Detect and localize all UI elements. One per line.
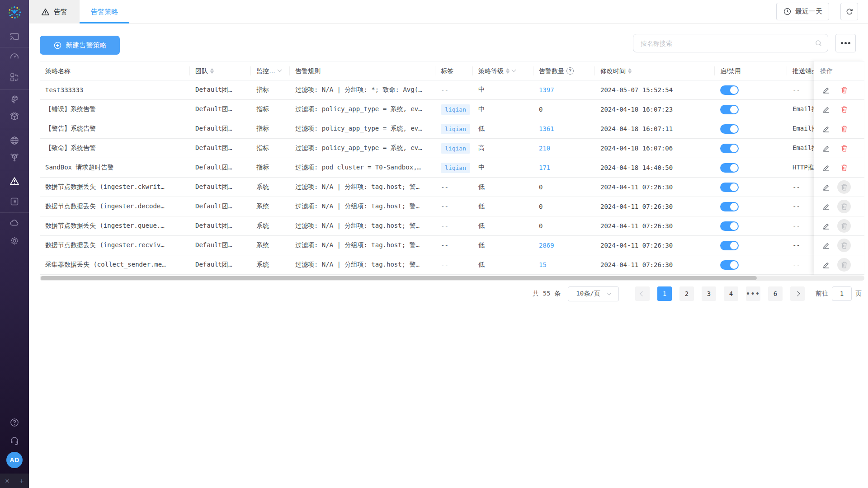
tab-alert-policies[interactable]: 告警策略: [80, 0, 129, 23]
rule-cell: 过滤项: N/A | 分组项: *; 致命: Avg(…: [290, 86, 435, 94]
enable-toggle[interactable]: [720, 144, 739, 153]
sidebar-item-support[interactable]: [0, 432, 29, 450]
page-button-4[interactable]: 4: [724, 286, 738, 301]
chevron-down-icon[interactable]: [512, 68, 516, 72]
app-logo-icon[interactable]: [5, 4, 24, 22]
enable-toggle[interactable]: [720, 85, 739, 95]
enable-toggle[interactable]: [720, 241, 739, 250]
sidebar-item-logs[interactable]: [0, 193, 29, 211]
edit-icon[interactable]: [819, 219, 833, 233]
col-team[interactable]: 团队: [190, 66, 251, 75]
tab-alerts[interactable]: 告警: [29, 0, 80, 23]
alert-count-link[interactable]: 210: [539, 145, 550, 152]
policy-name[interactable]: test333333: [40, 86, 190, 94]
user-avatar[interactable]: AD: [6, 452, 23, 468]
rule-cell: 过滤项: N/A | 分组项: tag.host; 警…: [290, 183, 435, 191]
workflow-icon: [9, 72, 19, 84]
edit-icon[interactable]: [819, 141, 833, 155]
edit-icon[interactable]: [819, 83, 833, 97]
sort-icon[interactable]: [628, 68, 632, 74]
enable-toggle[interactable]: [720, 124, 739, 134]
table-header-row: 策略名称 团队 监控… 告警规则 标签 策略等级 告警数量? 修改时间 启/禁用…: [40, 61, 864, 80]
alert-count-link[interactable]: 2869: [539, 242, 554, 249]
delete-icon[interactable]: [837, 122, 851, 136]
enable-toggle[interactable]: [720, 183, 739, 192]
edit-icon[interactable]: [819, 103, 833, 116]
sidebar-item-help[interactable]: [0, 414, 29, 432]
sidebar-item-globe[interactable]: [0, 132, 29, 150]
policy-name[interactable]: 【错误】系统告警: [40, 105, 190, 113]
more-actions-button[interactable]: [835, 34, 856, 52]
time-range-button[interactable]: 最近一天: [776, 3, 829, 20]
policy-name[interactable]: 数据节点数据丢失 (ingester.ckwrit…: [40, 183, 190, 191]
col-level[interactable]: 策略等级: [473, 66, 533, 75]
edit-icon[interactable]: [819, 258, 833, 272]
package-icon: [9, 112, 19, 123]
alert-count-cell: 0: [533, 183, 595, 191]
more-pages-button[interactable]: •••: [746, 286, 760, 301]
policy-name[interactable]: 【致命】系统告警: [40, 144, 190, 152]
sidebar-item-package[interactable]: [0, 108, 29, 127]
policy-name[interactable]: 【警告】系统告警: [40, 125, 190, 133]
enable-toggle[interactable]: [720, 202, 739, 211]
close-icon[interactable]: ×: [5, 477, 9, 485]
scrollbar-thumb[interactable]: [41, 276, 757, 280]
col-monitor[interactable]: 监控…: [251, 66, 290, 75]
sidebar-item-dashboard[interactable]: [0, 49, 29, 67]
refresh-button[interactable]: [840, 3, 858, 20]
edit-icon[interactable]: [819, 180, 833, 194]
sidebar-item-alerts[interactable]: [0, 173, 29, 191]
horizontal-scrollbar[interactable]: [40, 276, 864, 281]
col-modified[interactable]: 修改时间: [595, 66, 715, 75]
add-icon[interactable]: +: [19, 477, 24, 485]
page-button-1[interactable]: 1: [657, 286, 672, 301]
alert-count-link[interactable]: 1397: [539, 86, 554, 94]
delete-icon[interactable]: [837, 141, 851, 155]
prev-page-button[interactable]: [635, 286, 650, 301]
monitor-type-cell: 系统: [251, 241, 290, 249]
alert-count-link[interactable]: 15: [539, 261, 547, 268]
sidebar-item-topology[interactable]: [0, 149, 29, 167]
chevron-down-icon[interactable]: [278, 68, 282, 72]
next-page-button[interactable]: [790, 286, 805, 301]
policy-name[interactable]: 数据节点数据丢失 (ingester.decode…: [40, 202, 190, 211]
enable-toggle[interactable]: [720, 105, 739, 114]
sort-icon[interactable]: [210, 68, 214, 74]
cube-network-icon: [9, 152, 19, 164]
time-range-label: 最近一天: [795, 7, 822, 16]
search-input[interactable]: [641, 40, 815, 47]
rule-cell: 过滤项: policy_app_type = 系统, ev…: [290, 125, 435, 133]
enable-toggle[interactable]: [720, 163, 739, 173]
enable-toggle[interactable]: [720, 260, 739, 270]
delete-icon[interactable]: [837, 83, 851, 97]
edit-icon[interactable]: [819, 239, 833, 252]
page-button-3[interactable]: 3: [702, 286, 716, 301]
delete-icon[interactable]: [837, 103, 851, 116]
edit-icon[interactable]: [819, 161, 833, 174]
policy-name[interactable]: 数据节点数据丢失 (ingester.recviv…: [40, 241, 190, 249]
sort-icon[interactable]: [506, 68, 509, 74]
sidebar-item-cast[interactable]: [0, 28, 29, 47]
alert-count-link[interactable]: 1361: [539, 125, 554, 132]
goto-page-input[interactable]: [832, 286, 852, 301]
sidebar-item-settings[interactable]: [0, 233, 29, 251]
policy-name[interactable]: 采集器数据丢失 (collect_sender.me…: [40, 261, 190, 269]
sidebar-item-workflow[interactable]: [0, 69, 29, 87]
table-row: 数据节点数据丢失 (ingester.decode… Default团… 系统 …: [40, 197, 864, 216]
sidebar-item-deploy[interactable]: [0, 91, 29, 109]
search-icon[interactable]: [815, 39, 822, 47]
edit-icon[interactable]: [819, 122, 833, 136]
page-button-6[interactable]: 6: [768, 286, 783, 301]
alert-count-link[interactable]: 171: [539, 164, 550, 171]
new-policy-button[interactable]: 新建告警策略: [40, 36, 120, 55]
delete-icon-disabled: [837, 219, 851, 233]
delete-icon[interactable]: [837, 161, 851, 174]
policy-name[interactable]: 数据节点数据丢失 (ingester.queue.…: [40, 222, 190, 230]
enable-toggle[interactable]: [720, 221, 739, 231]
sidebar-item-cloud[interactable]: [0, 215, 29, 233]
page-size-select[interactable]: 10条/页: [568, 286, 619, 301]
edit-icon[interactable]: [819, 200, 833, 213]
page-button-2[interactable]: 2: [679, 286, 694, 301]
help-circle-icon[interactable]: ?: [566, 67, 574, 75]
policy-name[interactable]: SandBox 请求超时告警: [40, 164, 190, 172]
